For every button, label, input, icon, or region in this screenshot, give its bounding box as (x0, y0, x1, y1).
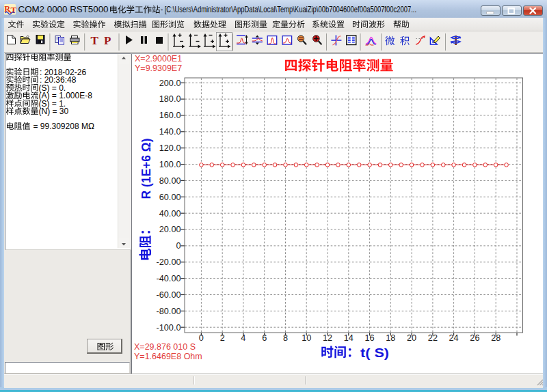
svg-text:60.00: 60.00 (159, 193, 181, 202)
svg-text:t( S): t( S) (360, 346, 389, 360)
svg-text:100.0: 100.0 (159, 160, 181, 169)
svg-text:-40.00: -40.00 (157, 274, 181, 283)
svg-text:160.0: 160.0 (159, 111, 181, 120)
svg-text:0: 0 (176, 241, 181, 251)
svg-text:(N) = 30: (N) = 30 (39, 107, 69, 116)
svg-text:Y=1.6469E8 Ohm: Y=1.6469E8 Ohm (134, 352, 202, 361)
svg-text:20.00: 20.00 (159, 225, 181, 234)
svg-text:200.0: 200.0 (159, 79, 181, 88)
svg-text:40.00: 40.00 (159, 209, 181, 219)
svg-text:P: P (104, 34, 111, 47)
svg-text:140.0: 140.0 (159, 127, 181, 137)
svg-text:120.0: 120.0 (159, 143, 181, 153)
svg-text:80.00: 80.00 (159, 176, 181, 186)
svg-text:- [C:\Users\Administrator\AppD: - [C:\Users\Administrator\AppData\Local\… (161, 4, 416, 14)
svg-text:X=2.9000E1: X=2.9000E1 (135, 54, 182, 64)
svg-text:COM2 0000 RST5000: COM2 0000 RST5000 (18, 4, 109, 14)
svg-text:= 99.309208 MΩ: = 99.309208 MΩ (34, 122, 94, 131)
svg-text:180.0: 180.0 (159, 94, 181, 104)
svg-text:X=29.876 010 S: X=29.876 010 S (134, 342, 196, 352)
svg-text:R (1E+6 Ω): R (1E+6 Ω) (139, 139, 153, 199)
svg-text:-80.00: -80.00 (157, 307, 181, 316)
svg-text:T: T (91, 34, 99, 47)
svg-text:-60.00: -60.00 (157, 290, 181, 300)
svg-text:-100.0: -100.0 (157, 323, 181, 333)
svg-text:-20.00: -20.00 (157, 257, 181, 267)
svg-text:Y=9.9309E7: Y=9.9309E7 (135, 64, 182, 73)
